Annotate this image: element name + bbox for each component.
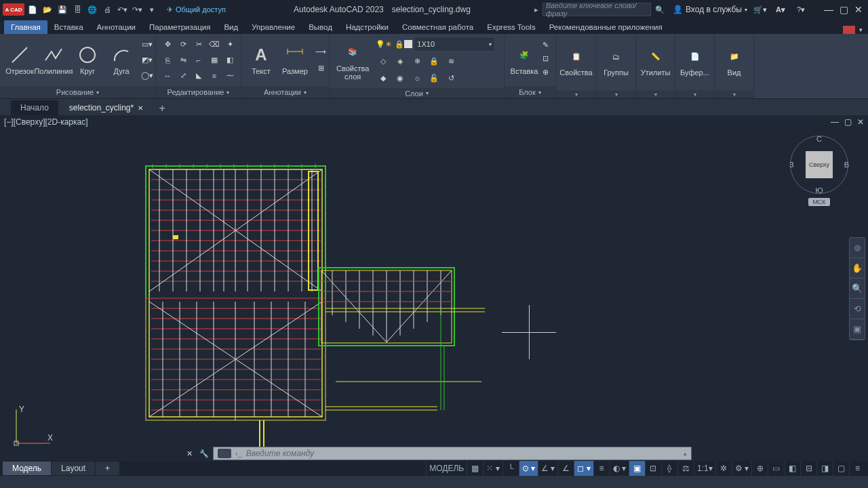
panel-draw-title[interactable]: Рисование▾ [0,86,155,98]
layer-freeze-icon[interactable]: ☀ [385,40,393,48]
close-icon[interactable]: ✕ [852,3,865,16]
lineweight-icon[interactable]: ≡ [593,461,610,476]
nav-wheel-icon[interactable]: ⊚ [850,238,865,258]
scale-combo[interactable]: 1:1 ▾ [694,461,715,476]
exchange-icon[interactable]: 🛒▾ [753,2,768,17]
undo-icon[interactable]: ↶▾ [115,3,129,16]
customization-icon[interactable]: ≡ [849,461,865,476]
table-icon[interactable]: ⊞ [313,61,328,76]
panel-modify-title[interactable]: Редактирование▾ [156,86,241,98]
nav-pan-icon[interactable]: ✋ [850,258,865,279]
vp-maximize-icon[interactable]: ▢ [844,117,852,127]
panel-annot-title[interactable]: Аннотации▾ [241,86,329,98]
saveas-icon[interactable]: 🗄 [71,3,84,16]
layer-frz-icon[interactable]: ❄ [410,54,425,68]
tab-insert[interactable]: Вставка [47,20,90,34]
status-model-space[interactable]: МОДЕЛЬ [426,461,467,476]
app-logo[interactable]: A CAD [3,3,24,16]
rotate-icon[interactable]: ⟳ [176,37,191,52]
stretch-icon[interactable]: ↔ [160,68,175,83]
isodraft-icon[interactable]: ∠ ▾ [538,461,557,476]
viewcube-west[interactable]: З [789,161,794,169]
sign-in-button[interactable]: 👤 Вход в службы ▾ [673,5,747,14]
view-cube[interactable]: С Ю З В Сверху МСК [789,136,849,217]
block-edit-icon[interactable]: ✎ [542,41,555,53]
scale-icon[interactable]: ⤢ [176,68,191,83]
annoscale-icon[interactable]: ⚖ [677,461,694,476]
groups-icon[interactable]: 🗂 [606,48,627,66]
viewcube-north[interactable]: С [816,135,822,143]
erase-icon[interactable]: ⌫ [207,37,222,52]
panel-block-title[interactable]: Блок▾ [505,86,555,98]
file-tab-close-icon[interactable]: ✕ [138,104,143,112]
new-icon[interactable]: 📄 [26,3,39,16]
tab-addins[interactable]: Надстройки [339,20,395,34]
layer-uniso-icon[interactable]: ◉ [393,70,408,85]
nav-zoom-icon[interactable]: 🔍 [850,279,865,299]
viewport-label[interactable]: [−][Сверху][2D-каркас] [4,117,88,127]
ribbon-collapse-icon[interactable]: ▾ [859,26,863,33]
view-icon[interactable]: 📁 [724,48,745,66]
grid-icon[interactable]: ▦ [467,461,483,476]
ellipse-icon[interactable]: ◯▾ [140,68,155,83]
tab-express[interactable]: Express Tools [480,20,542,34]
properties-icon[interactable]: 📋 [566,48,587,66]
maximize-icon[interactable]: ▢ [837,3,850,16]
tab-view[interactable]: Вид [217,20,245,34]
layer-off-icon[interactable]: ◇ [376,54,391,68]
viewcube-east[interactable]: В [844,161,849,169]
otrack-icon[interactable]: ∠ [557,461,574,476]
leader-icon[interactable]: ⟶ [313,45,328,60]
layer-lock-icon[interactable]: 🔒 [395,40,403,48]
command-input[interactable]: ›_ Введите команду ▴ [213,447,692,460]
viewcube-south[interactable]: Ю [815,186,823,195]
panel-utils-drop[interactable]: ▾ [636,90,675,98]
viewcube-face[interactable]: Сверху [806,151,833,178]
layer-match-icon[interactable]: ≋ [443,54,458,68]
tab-output[interactable]: Вывод [302,20,339,34]
add-layout-button[interactable]: + [96,462,120,475]
plot-icon[interactable]: 🖨 [100,3,114,16]
search-icon[interactable]: 🔍 [652,2,667,17]
panel-layers-title[interactable]: Слои▾ [330,88,504,98]
nav-orbit-icon[interactable]: ⟲ [850,299,865,319]
command-config-icon[interactable]: 🔧 [198,449,210,458]
command-close-icon[interactable]: ✕ [183,449,195,458]
drawing-canvas[interactable]: Y X С Ю З В Сверху МСК ⊚ ✋ 🔍 ⟲ ▣ ✕ 🔧 ›_ … [0,129,868,461]
model-tab[interactable]: Модель [3,462,52,475]
circle-button[interactable]: Круг [72,43,103,77]
rect-icon[interactable]: ▭▾ [140,37,155,52]
layer-on-icon[interactable]: 💡 [376,40,384,48]
chamfer-icon[interactable]: ◣ [191,68,206,83]
align-icon[interactable]: ≡ [207,68,222,83]
move-icon[interactable]: ✥ [160,37,175,52]
ucs-icon[interactable]: Y X [9,403,57,450]
start-tab[interactable]: Начало [11,100,58,115]
break-icon[interactable]: ⁓ [222,68,237,83]
app-store-icon[interactable]: A▾ [773,2,788,17]
panel-props-drop[interactable]: ▾ [556,90,596,98]
arc-button[interactable]: Дуга [106,43,137,77]
open-icon[interactable]: 📂 [41,3,54,16]
lock-ui-icon[interactable]: ⊟ [800,461,816,476]
explode-icon[interactable]: ✦ [222,37,237,52]
offset-icon[interactable]: ◧ [222,53,237,68]
polar-icon[interactable]: ⊙ ▾ [519,461,538,476]
ribbon-extra-icon[interactable] [843,26,855,34]
annotation-visibility-icon[interactable]: ✲ [715,461,732,476]
osnap-icon[interactable]: ◻ ▾ [574,461,593,476]
ortho-icon[interactable]: └ [502,461,519,476]
tab-home[interactable]: Главная [4,20,47,34]
hatch-icon[interactable]: ◩▾ [140,53,155,68]
transparency-icon[interactable]: ◐ ▾ [610,461,629,476]
share-button[interactable]: ✈ Общий доступ [163,5,230,14]
units-icon[interactable]: ▭ [768,461,784,476]
fillet-icon[interactable]: ⌐ [191,53,206,68]
panel-view-drop[interactable]: ▾ [715,90,753,98]
layout-tab[interactable]: Layout [52,462,96,475]
layer-combo[interactable]: 1X10▾ [414,37,495,52]
viewcube-wcs[interactable]: МСК [808,198,829,206]
panel-groups-drop[interactable]: ▾ [597,90,635,98]
redo-icon[interactable]: ↷▾ [130,3,144,16]
quick-props-icon[interactable]: ◧ [784,461,800,476]
